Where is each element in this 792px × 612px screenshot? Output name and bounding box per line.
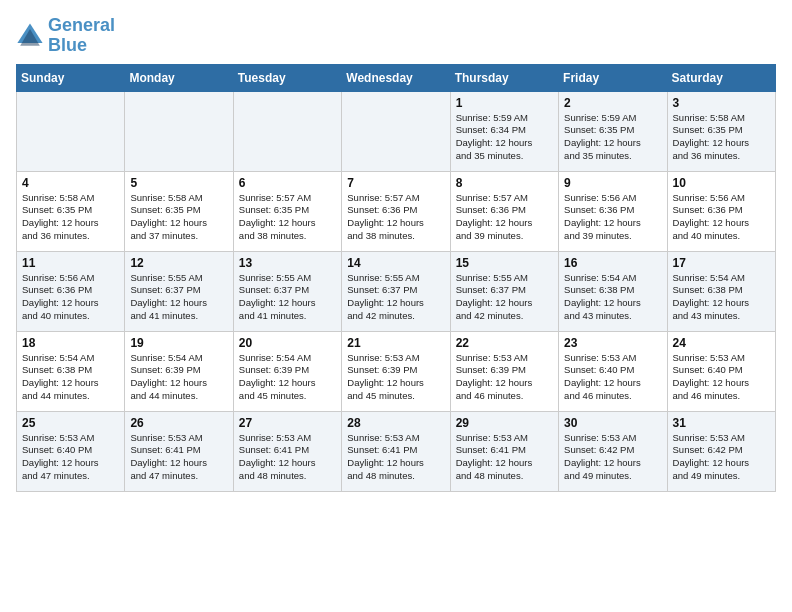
day-content: Sunrise: 5:58 AM Sunset: 6:35 PM Dayligh… — [673, 112, 770, 163]
day-cell: 15Sunrise: 5:55 AM Sunset: 6:37 PM Dayli… — [450, 251, 558, 331]
day-content: Sunrise: 5:55 AM Sunset: 6:37 PM Dayligh… — [456, 272, 553, 323]
day-number: 1 — [456, 96, 553, 110]
day-number: 29 — [456, 416, 553, 430]
logo-icon — [16, 22, 44, 50]
day-content: Sunrise: 5:57 AM Sunset: 6:36 PM Dayligh… — [456, 192, 553, 243]
day-cell — [17, 91, 125, 171]
day-content: Sunrise: 5:53 AM Sunset: 6:39 PM Dayligh… — [347, 352, 444, 403]
day-cell: 26Sunrise: 5:53 AM Sunset: 6:41 PM Dayli… — [125, 411, 233, 491]
day-cell: 5Sunrise: 5:58 AM Sunset: 6:35 PM Daylig… — [125, 171, 233, 251]
day-cell: 28Sunrise: 5:53 AM Sunset: 6:41 PM Dayli… — [342, 411, 450, 491]
day-number: 8 — [456, 176, 553, 190]
day-content: Sunrise: 5:53 AM Sunset: 6:42 PM Dayligh… — [673, 432, 770, 483]
day-number: 28 — [347, 416, 444, 430]
day-number: 22 — [456, 336, 553, 350]
day-cell — [233, 91, 341, 171]
day-number: 19 — [130, 336, 227, 350]
day-number: 30 — [564, 416, 661, 430]
day-number: 27 — [239, 416, 336, 430]
day-number: 5 — [130, 176, 227, 190]
day-content: Sunrise: 5:53 AM Sunset: 6:41 PM Dayligh… — [347, 432, 444, 483]
day-cell: 18Sunrise: 5:54 AM Sunset: 6:38 PM Dayli… — [17, 331, 125, 411]
day-content: Sunrise: 5:55 AM Sunset: 6:37 PM Dayligh… — [130, 272, 227, 323]
day-number: 24 — [673, 336, 770, 350]
day-cell: 2Sunrise: 5:59 AM Sunset: 6:35 PM Daylig… — [559, 91, 667, 171]
day-cell: 9Sunrise: 5:56 AM Sunset: 6:36 PM Daylig… — [559, 171, 667, 251]
day-content: Sunrise: 5:59 AM Sunset: 6:34 PM Dayligh… — [456, 112, 553, 163]
day-cell: 25Sunrise: 5:53 AM Sunset: 6:40 PM Dayli… — [17, 411, 125, 491]
day-cell: 17Sunrise: 5:54 AM Sunset: 6:38 PM Dayli… — [667, 251, 775, 331]
day-content: Sunrise: 5:58 AM Sunset: 6:35 PM Dayligh… — [130, 192, 227, 243]
weekday-header-tuesday: Tuesday — [233, 64, 341, 91]
day-cell: 29Sunrise: 5:53 AM Sunset: 6:41 PM Dayli… — [450, 411, 558, 491]
day-cell — [125, 91, 233, 171]
day-number: 15 — [456, 256, 553, 270]
day-number: 11 — [22, 256, 119, 270]
day-cell: 12Sunrise: 5:55 AM Sunset: 6:37 PM Dayli… — [125, 251, 233, 331]
day-cell: 27Sunrise: 5:53 AM Sunset: 6:41 PM Dayli… — [233, 411, 341, 491]
day-number: 16 — [564, 256, 661, 270]
day-content: Sunrise: 5:57 AM Sunset: 6:35 PM Dayligh… — [239, 192, 336, 243]
week-row-1: 1Sunrise: 5:59 AM Sunset: 6:34 PM Daylig… — [17, 91, 776, 171]
day-number: 6 — [239, 176, 336, 190]
weekday-header-monday: Monday — [125, 64, 233, 91]
day-cell: 13Sunrise: 5:55 AM Sunset: 6:37 PM Dayli… — [233, 251, 341, 331]
weekday-header-saturday: Saturday — [667, 64, 775, 91]
day-number: 18 — [22, 336, 119, 350]
day-number: 13 — [239, 256, 336, 270]
day-cell: 11Sunrise: 5:56 AM Sunset: 6:36 PM Dayli… — [17, 251, 125, 331]
day-cell: 31Sunrise: 5:53 AM Sunset: 6:42 PM Dayli… — [667, 411, 775, 491]
header: General Blue — [16, 16, 776, 56]
week-row-4: 18Sunrise: 5:54 AM Sunset: 6:38 PM Dayli… — [17, 331, 776, 411]
day-number: 4 — [22, 176, 119, 190]
day-content: Sunrise: 5:54 AM Sunset: 6:39 PM Dayligh… — [239, 352, 336, 403]
day-content: Sunrise: 5:56 AM Sunset: 6:36 PM Dayligh… — [673, 192, 770, 243]
day-number: 14 — [347, 256, 444, 270]
weekday-header-wednesday: Wednesday — [342, 64, 450, 91]
day-content: Sunrise: 5:53 AM Sunset: 6:41 PM Dayligh… — [456, 432, 553, 483]
day-cell: 23Sunrise: 5:53 AM Sunset: 6:40 PM Dayli… — [559, 331, 667, 411]
day-content: Sunrise: 5:53 AM Sunset: 6:41 PM Dayligh… — [239, 432, 336, 483]
week-row-5: 25Sunrise: 5:53 AM Sunset: 6:40 PM Dayli… — [17, 411, 776, 491]
day-content: Sunrise: 5:53 AM Sunset: 6:39 PM Dayligh… — [456, 352, 553, 403]
day-cell — [342, 91, 450, 171]
day-content: Sunrise: 5:56 AM Sunset: 6:36 PM Dayligh… — [564, 192, 661, 243]
day-cell: 21Sunrise: 5:53 AM Sunset: 6:39 PM Dayli… — [342, 331, 450, 411]
day-cell: 3Sunrise: 5:58 AM Sunset: 6:35 PM Daylig… — [667, 91, 775, 171]
weekday-header-friday: Friday — [559, 64, 667, 91]
day-cell: 7Sunrise: 5:57 AM Sunset: 6:36 PM Daylig… — [342, 171, 450, 251]
day-cell: 1Sunrise: 5:59 AM Sunset: 6:34 PM Daylig… — [450, 91, 558, 171]
day-cell: 10Sunrise: 5:56 AM Sunset: 6:36 PM Dayli… — [667, 171, 775, 251]
day-number: 3 — [673, 96, 770, 110]
day-number: 26 — [130, 416, 227, 430]
day-number: 2 — [564, 96, 661, 110]
day-number: 20 — [239, 336, 336, 350]
day-cell: 8Sunrise: 5:57 AM Sunset: 6:36 PM Daylig… — [450, 171, 558, 251]
day-number: 31 — [673, 416, 770, 430]
day-content: Sunrise: 5:53 AM Sunset: 6:40 PM Dayligh… — [673, 352, 770, 403]
day-content: Sunrise: 5:53 AM Sunset: 6:40 PM Dayligh… — [22, 432, 119, 483]
day-number: 23 — [564, 336, 661, 350]
day-content: Sunrise: 5:54 AM Sunset: 6:38 PM Dayligh… — [673, 272, 770, 323]
day-content: Sunrise: 5:58 AM Sunset: 6:35 PM Dayligh… — [22, 192, 119, 243]
day-content: Sunrise: 5:53 AM Sunset: 6:42 PM Dayligh… — [564, 432, 661, 483]
day-number: 9 — [564, 176, 661, 190]
day-cell: 6Sunrise: 5:57 AM Sunset: 6:35 PM Daylig… — [233, 171, 341, 251]
day-content: Sunrise: 5:53 AM Sunset: 6:41 PM Dayligh… — [130, 432, 227, 483]
day-number: 17 — [673, 256, 770, 270]
logo-text: General Blue — [48, 16, 115, 56]
day-content: Sunrise: 5:54 AM Sunset: 6:38 PM Dayligh… — [22, 352, 119, 403]
day-content: Sunrise: 5:54 AM Sunset: 6:39 PM Dayligh… — [130, 352, 227, 403]
weekday-header-row: SundayMondayTuesdayWednesdayThursdayFrid… — [17, 64, 776, 91]
day-content: Sunrise: 5:55 AM Sunset: 6:37 PM Dayligh… — [239, 272, 336, 323]
day-number: 7 — [347, 176, 444, 190]
day-cell: 14Sunrise: 5:55 AM Sunset: 6:37 PM Dayli… — [342, 251, 450, 331]
calendar-table: SundayMondayTuesdayWednesdayThursdayFrid… — [16, 64, 776, 492]
day-number: 10 — [673, 176, 770, 190]
logo: General Blue — [16, 16, 115, 56]
day-content: Sunrise: 5:57 AM Sunset: 6:36 PM Dayligh… — [347, 192, 444, 243]
weekday-header-sunday: Sunday — [17, 64, 125, 91]
day-content: Sunrise: 5:59 AM Sunset: 6:35 PM Dayligh… — [564, 112, 661, 163]
day-content: Sunrise: 5:54 AM Sunset: 6:38 PM Dayligh… — [564, 272, 661, 323]
day-number: 25 — [22, 416, 119, 430]
